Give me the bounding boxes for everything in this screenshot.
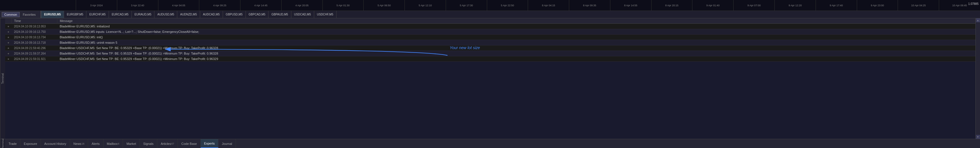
symbol-chip-usdcadm5[interactable]: USDCAD,M5 (291, 11, 314, 18)
symbol-chip-eurusdm5[interactable]: EURUSD,M5 (41, 11, 64, 18)
row-icon: ● (5, 56, 12, 62)
symbol-chip-gbpusdm5[interactable]: GBPUSD,M5 (223, 11, 246, 18)
col-icon (5, 18, 12, 24)
symbol-chip-gbpcadm5[interactable]: GBPCAD,M5 (246, 11, 269, 18)
tab-label: Journal (222, 142, 232, 145)
table-row: ●2024.04.10 09:16:13.734BladeMiner EURUS… (5, 35, 975, 40)
symbol-tab-group: Common Favorites (0, 11, 41, 18)
table-row: ●2024.04.09 21:59:40.296BladeMiner USDCH… (5, 45, 975, 51)
bottom-tab-account-history[interactable]: Account History (41, 139, 70, 148)
row-time: 2024.04.10 09:16:13.750 (12, 29, 57, 35)
tab-badge: 67 (171, 142, 174, 145)
tab-label: Signals (143, 142, 154, 145)
row-time: 2024.04.09 21:59:31.921 (12, 56, 57, 62)
table-header-row: Time Message (5, 18, 975, 24)
row-time: 2024.04.10 09:16:13.718 (12, 40, 57, 45)
symbol-tabs: Common Favorites EURUSD,M5EURGBP,M5EURCH… (0, 11, 980, 18)
table-row: ●2024.04.10 09:16:13.750BladeMiner EURUS… (5, 29, 975, 35)
table-row: ●2024.04.10 09:16:13.953BladeMiner EURUS… (5, 24, 975, 29)
time-tick: 4 Apr 09:25 (199, 0, 240, 11)
symbol-chips-container: EURUSD,M5EURGBP,M5EURCHF,M5EURCAD,M5EURA… (41, 11, 336, 18)
symbol-chip-audcadm5[interactable]: AUDCAD,M5 (200, 11, 223, 18)
time-tick: 5 Apr 17:30 (446, 0, 487, 11)
col-time: Time (12, 18, 57, 24)
scrollbar[interactable]: ▲ ▼ (975, 18, 980, 139)
time-tick: 10 Apr 04:25 (898, 0, 939, 11)
tab-label: Code Base (181, 142, 197, 145)
scrollbar-down-button[interactable]: ▼ (976, 135, 980, 139)
terminal-sidebar-label: Terminal (0, 18, 5, 139)
row-message: BladeMiner USDCHF,M5: Set New TP: BE: 0.… (57, 56, 975, 62)
bottom-tabs-container: TradeExposureAccount HistoryNews16Alerts… (5, 139, 236, 148)
table-row: ●2024.04.09 21:59:31.921BladeMiner USDCH… (5, 56, 975, 62)
symbol-chip-audusdm5[interactable]: AUDUSD,M5 (154, 11, 177, 18)
row-icon: ● (5, 45, 12, 51)
bottom-tab-exposure[interactable]: Exposure (20, 139, 41, 148)
tab-label: Account History (44, 142, 66, 145)
time-tick: 9 Apr 17:40 (816, 0, 857, 11)
time-ruler: 3 Apr 20243 Apr 22:404 Apr 04:054 Apr 09… (0, 0, 980, 11)
time-tick: 8 Apr 09:35 (569, 0, 610, 11)
bottom-tab-journal[interactable]: Journal (218, 139, 236, 148)
bottom-tab-experts[interactable]: Experts (201, 139, 218, 148)
time-tick: 3 Apr 2024 (76, 0, 117, 11)
bottom-tab-news[interactable]: News16 (70, 139, 88, 148)
row-message: BladeMiner EURUSD,M5: init() (57, 35, 975, 40)
symbol-tabs-left: Common Favorites (0, 11, 41, 18)
time-tick: 9 Apr 23:00 (857, 0, 898, 11)
terminal-label: Terminal (0, 139, 5, 148)
time-tick: 5 Apr 01:30 (323, 0, 364, 11)
bottom-tabs: Terminal TradeExposureAccount HistoryNew… (0, 139, 980, 148)
tab-label: Alerts (91, 142, 100, 145)
tab-common[interactable]: Common (2, 12, 20, 17)
time-tick: 9 Apr 07:00 (733, 0, 775, 11)
time-tick: 8 Apr 14:55 (610, 0, 651, 11)
time-tick: 8 Apr 20:15 (651, 0, 692, 11)
symbol-chip-usdchfm5[interactable]: USDCHF,M5 (314, 11, 336, 18)
tab-favorites[interactable]: Favorites (20, 12, 38, 17)
row-icon: ● (5, 40, 12, 45)
tab-label: Exposure (24, 142, 37, 145)
row-icon: ● (5, 24, 12, 29)
tab-label: News (73, 142, 81, 145)
time-tick: 4 Apr 20:05 (281, 0, 323, 11)
bottom-tab-code-base[interactable]: Code Base (178, 139, 200, 148)
symbol-chip-eurcadm5[interactable]: EURCAD,M5 (109, 11, 132, 18)
symbol-chip-eurgbpm5[interactable]: EURGBP,M5 (64, 11, 87, 18)
bottom-tab-market[interactable]: Market (123, 139, 140, 148)
symbol-chip-audnzdm5[interactable]: AUDNZD,M5 (177, 11, 200, 18)
bottom-tab-mailbox[interactable]: Mailbox6 (103, 139, 123, 148)
time-tick: 4 Apr 14:45 (240, 0, 281, 11)
main-area: Terminal Your new lot size Time (0, 18, 980, 139)
tab-label: Articles (161, 142, 171, 145)
row-message: BladeMiner USDCHF,M5: Set New TP: BE: 0.… (57, 45, 975, 51)
symbol-chip-eurchfm5[interactable]: EURCHF,M5 (86, 11, 109, 18)
scrollbar-up-button[interactable]: ▲ (976, 18, 980, 22)
time-tick: 5 Apr 06:50 (363, 0, 404, 11)
time-tick: 9 Apr 12:20 (775, 0, 816, 11)
time-tick: 4 Apr 04:05 (158, 0, 199, 11)
time-tick: 9 Apr 01:40 (692, 0, 733, 11)
row-time: 2024.04.09 21:59:40.296 (12, 45, 57, 51)
table-row: ●2024.04.10 09:16:13.718BladeMiner EURUS… (5, 40, 975, 45)
row-message: BladeMiner USDCHF,M5: Set New TP: BE: 0.… (57, 51, 975, 56)
time-tick: 3 Apr 22:40 (117, 0, 158, 11)
bottom-tab-articles[interactable]: Articles67 (157, 139, 178, 148)
col-message: Message (57, 18, 975, 24)
row-message: BladeMiner EURUSD,M5 inputs: Licence=N..… (57, 29, 975, 35)
tab-label: Mailbox (107, 142, 118, 145)
row-time: 2024.04.09 21:59:37.264 (12, 51, 57, 56)
bottom-tab-alerts[interactable]: Alerts (88, 139, 103, 148)
tab-label: Trade (9, 142, 17, 145)
row-icon: ● (5, 51, 12, 56)
row-message: BladeMiner EURUSD,M5: uninit reason 5 (57, 40, 975, 45)
time-tick: 5 Apr 12:10 (404, 0, 446, 11)
time-tick: 5 Apr 22:50 (487, 0, 528, 11)
bottom-tab-signals[interactable]: Signals (140, 139, 157, 148)
tab-badge: 6 (118, 142, 119, 145)
symbol-chip-gbpaudm5[interactable]: GBPAUD,M5 (269, 11, 291, 18)
symbol-chip-euraudm5[interactable]: EURAUD,M5 (132, 11, 155, 18)
row-icon: ● (5, 29, 12, 35)
row-time: 2024.04.10 09:16:13.953 (12, 24, 57, 29)
bottom-tab-trade[interactable]: Trade (5, 139, 20, 148)
